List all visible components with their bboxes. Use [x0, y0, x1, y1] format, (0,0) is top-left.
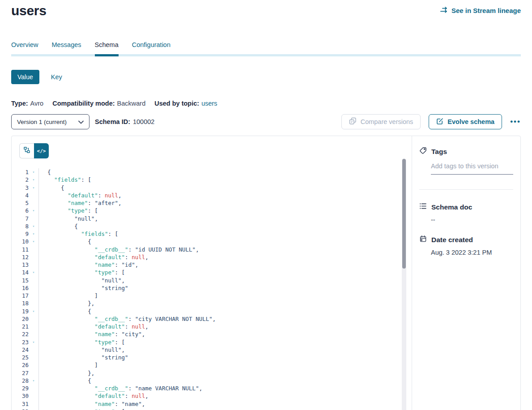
code-line: 18 },	[12, 299, 412, 307]
line-number: 19	[12, 308, 29, 315]
code-view-button[interactable]: </>	[34, 143, 49, 158]
fold-arrow-icon[interactable]: ▾	[29, 238, 38, 245]
fold-spacer	[29, 246, 38, 253]
tree-view-button[interactable]	[19, 143, 34, 158]
key-tab-button[interactable]: Key	[51, 73, 62, 81]
code-line-text: "null",	[38, 215, 412, 222]
value-tab-button[interactable]: Value	[11, 70, 39, 84]
meta-value: Backward	[117, 100, 146, 107]
code-view-icon: </>	[37, 148, 46, 154]
tab-schema[interactable]: Schema	[95, 41, 119, 54]
schema-doc-title: Schema doc	[431, 203, 472, 211]
fold-arrow-icon[interactable]: ▾	[29, 408, 38, 410]
more-actions-button[interactable]: •••	[510, 114, 521, 129]
fold-spacer	[29, 277, 38, 284]
topbar: users See in Stream lineage	[11, 0, 521, 19]
add-tags-input[interactable]	[431, 162, 513, 175]
line-number: 26	[12, 361, 29, 369]
page-title: users	[11, 3, 47, 19]
code-line-text: "type": [	[38, 207, 412, 214]
fold-arrow-icon[interactable]: ▾	[29, 222, 38, 230]
tags-section-header: Tags	[419, 147, 513, 156]
code-line-text: {	[38, 238, 412, 245]
code-line: 14▾ "type": [	[12, 269, 412, 276]
fold-arrow-icon[interactable]: ▾	[29, 207, 38, 214]
code-line: 26 ]	[12, 361, 412, 369]
code-line: 24 "null",	[12, 346, 412, 354]
code-line-text: "default": null,	[38, 253, 412, 261]
meta-label: Compatibility mode:	[52, 100, 115, 107]
evolve-schema-button[interactable]: Evolve schema	[429, 114, 502, 129]
line-number: 6	[12, 207, 29, 214]
schema-doc-section-header: Schema doc	[419, 202, 513, 212]
code-line: 27 },	[12, 369, 412, 377]
fold-arrow-icon[interactable]: ▾	[29, 230, 38, 238]
tab-overview[interactable]: Overview	[11, 41, 38, 54]
fold-spacer	[29, 384, 38, 392]
line-number: 15	[12, 277, 29, 284]
fold-spacer	[29, 315, 38, 323]
line-number: 24	[12, 346, 29, 354]
line-number: 11	[12, 246, 29, 253]
schema-doc-value: --	[431, 216, 513, 223]
fold-spacer	[29, 199, 38, 207]
fold-arrow-icon[interactable]: ▾	[29, 308, 38, 315]
line-number: 14	[12, 269, 29, 276]
code-line-text: {	[38, 222, 412, 230]
code-line: 22 "name": "city",	[12, 330, 412, 338]
tab-track	[11, 54, 521, 56]
compare-versions-button[interactable]: Compare versions	[341, 114, 421, 129]
tab-configuration[interactable]: Configuration	[132, 41, 170, 54]
code-line: 20 "__crdb__": "city VARCHAR NOT NULL",	[12, 315, 412, 323]
version-select[interactable]: Version 1 (current)	[11, 114, 89, 129]
fold-spacer	[29, 369, 38, 377]
code-scrollbar-thumb[interactable]	[402, 159, 406, 269]
code-line-text: "type": [	[38, 408, 412, 410]
line-number: 1	[12, 168, 29, 176]
code-line: 12 "default": null,	[12, 253, 412, 261]
code-line-text: {	[38, 308, 412, 315]
tab-messages[interactable]: Messages	[51, 41, 81, 54]
code-line-text: "string"	[38, 284, 412, 292]
schema-metadata-sidebar: Tags	[412, 136, 520, 410]
fold-arrow-icon[interactable]: ▾	[29, 377, 38, 384]
fold-spacer	[29, 292, 38, 299]
code-line: 6▾ "type": [	[12, 207, 412, 214]
code-line-text: "string"	[38, 354, 412, 361]
stream-lineage-icon	[440, 7, 448, 14]
fold-arrow-icon[interactable]: ▾	[29, 168, 38, 176]
fold-spacer	[29, 215, 38, 222]
code-line: 23▾ "type": [	[12, 338, 412, 346]
schema-id-value: 100002	[133, 118, 154, 125]
fold-arrow-icon[interactable]: ▾	[29, 176, 38, 184]
stream-lineage-link[interactable]: See in Stream lineage	[440, 7, 521, 14]
code-line-text: },	[38, 299, 412, 307]
code-line-text: ]	[38, 292, 412, 299]
tab-active-indicator	[95, 54, 119, 56]
code-line: 15 "null",	[12, 277, 412, 284]
code-line-text: "default": null,	[38, 392, 412, 400]
line-number: 2	[12, 176, 29, 184]
line-number: 10	[12, 238, 29, 245]
meta-value-link[interactable]: users	[201, 100, 217, 107]
line-number: 3	[12, 184, 29, 192]
line-number: 5	[12, 199, 29, 207]
fold-arrow-icon[interactable]: ▾	[29, 338, 38, 346]
code-line: 13 "name": "id",	[12, 261, 412, 269]
fold-spacer	[29, 330, 38, 338]
code-line-text: {	[38, 377, 412, 384]
fold-spacer	[29, 346, 38, 354]
code-line: 8▾ {	[12, 222, 412, 230]
meta-item: Compatibility mode:Backward	[52, 100, 145, 107]
line-number: 16	[12, 284, 29, 292]
fold-arrow-icon[interactable]: ▾	[29, 269, 38, 276]
code-line: 28▾ {	[12, 377, 412, 384]
meta-item: Type:Avro	[11, 100, 43, 107]
code-line: 25 "string"	[12, 354, 412, 361]
code-editor[interactable]: 1▾{2▾ "fields": [3▾ {4 "default": null,5…	[12, 158, 412, 410]
sidebar-divider	[419, 189, 513, 190]
code-line-text: "type": [	[38, 269, 412, 276]
fold-spacer	[29, 392, 38, 400]
fold-arrow-icon[interactable]: ▾	[29, 184, 38, 192]
line-number: 13	[12, 261, 29, 269]
